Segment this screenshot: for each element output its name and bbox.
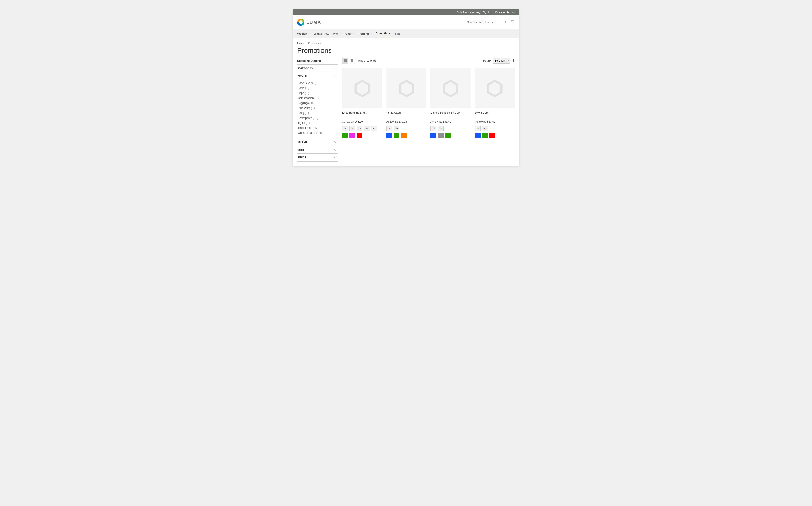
logo-text: LUMA xyxy=(306,20,321,25)
nav-item-label: Promotions xyxy=(376,32,391,35)
breadcrumb-home[interactable]: Home xyxy=(297,41,304,45)
svg-rect-5 xyxy=(346,61,347,61)
filter-option[interactable]: Sweatpants ( 11) xyxy=(297,115,338,120)
size-swatch[interactable]: 31 xyxy=(364,126,370,131)
color-swatch[interactable] xyxy=(342,133,348,138)
product-card: Portia CapriAs low as $39.202829 xyxy=(386,68,426,140)
filter-title-label: SIZE xyxy=(298,148,304,151)
breadcrumb-current: Promotions xyxy=(308,41,321,45)
size-swatch[interactable]: 29 xyxy=(393,126,399,131)
filter-section-title[interactable]: STYLE xyxy=(297,72,338,80)
nav-item-promotions[interactable]: Promotions xyxy=(376,29,391,38)
filter-section: STYLE xyxy=(297,138,338,146)
product-name[interactable]: Deirdre Relaxed-Fit Capri xyxy=(431,111,470,118)
size-swatch[interactable]: 28 xyxy=(342,126,348,131)
placeholder-icon xyxy=(484,77,506,99)
color-swatch[interactable] xyxy=(489,133,495,138)
placeholder-icon xyxy=(440,77,461,99)
filter-title-label: CATEGORY xyxy=(298,67,313,70)
nav-item-sale[interactable]: Sale xyxy=(395,29,400,38)
size-swatch[interactable]: 29 xyxy=(482,126,488,131)
page-title: Promotions xyxy=(293,46,519,58)
filter-option[interactable]: Workout Pants ( 14) xyxy=(297,131,338,136)
filter-title-label: STYLE xyxy=(298,140,307,143)
search-box xyxy=(465,19,508,25)
product-image[interactable] xyxy=(431,68,470,108)
nav-item-what-s-new[interactable]: What's New xyxy=(314,29,329,38)
sort-direction-icon[interactable] xyxy=(512,59,515,62)
product-name[interactable]: Erika Running Short xyxy=(342,111,382,118)
product-image[interactable] xyxy=(342,68,382,108)
filter-title-label: PRICE xyxy=(298,156,306,159)
filter-section-title[interactable]: PRICE xyxy=(297,154,338,161)
filter-section-title[interactable]: CATEGORY xyxy=(297,65,338,72)
chevron-down-icon xyxy=(340,33,341,35)
view-mode-switcher xyxy=(342,58,354,64)
color-swatch[interactable] xyxy=(438,133,444,138)
nav-item-men[interactable]: Men xyxy=(333,29,341,38)
site-logo[interactable]: LUMA xyxy=(297,18,321,26)
product-price: As low as $50.40 xyxy=(431,120,470,123)
color-swatch[interactable] xyxy=(349,133,355,138)
svg-rect-11 xyxy=(350,61,351,61)
color-swatch[interactable] xyxy=(475,133,481,138)
filter-option[interactable]: Base Layer ( 6) xyxy=(297,81,338,86)
size-swatch[interactable]: 29 xyxy=(438,126,444,131)
product-name[interactable]: Portia Capri xyxy=(386,111,426,118)
size-swatches: 2829303132 xyxy=(342,126,382,131)
filter-section: SIZE xyxy=(297,146,338,154)
size-swatch[interactable]: 30 xyxy=(357,126,363,131)
filter-option[interactable]: Tights ( 1) xyxy=(297,120,338,125)
chevron-down-icon xyxy=(335,156,337,159)
sort-select[interactable]: Position xyxy=(493,58,510,64)
color-swatch[interactable] xyxy=(445,133,451,138)
sort-label: Sort By xyxy=(483,59,492,62)
color-swatch[interactable] xyxy=(431,133,436,138)
size-swatch[interactable]: 28 xyxy=(431,126,436,131)
filter-section: CATEGORY xyxy=(297,65,338,72)
filter-option[interactable]: Compression ( 4) xyxy=(297,95,338,100)
color-swatch[interactable] xyxy=(386,133,392,138)
size-swatch[interactable]: 28 xyxy=(475,126,481,131)
product-image[interactable] xyxy=(386,68,426,108)
size-swatch[interactable]: 29 xyxy=(349,126,355,131)
filter-option[interactable]: Leggings ( 8) xyxy=(297,100,338,105)
filter-section-title[interactable]: STYLE xyxy=(297,138,338,146)
product-image[interactable] xyxy=(475,68,515,108)
filter-option[interactable]: Basic ( 3) xyxy=(297,86,338,91)
color-swatches xyxy=(342,133,382,138)
filter-option[interactable]: Parachute ( 2) xyxy=(297,105,338,110)
nav-item-label: Men xyxy=(333,32,339,35)
chevron-down-icon xyxy=(308,33,310,35)
cart-icon[interactable] xyxy=(511,20,515,24)
color-swatch[interactable] xyxy=(357,133,363,138)
chevron-down-icon xyxy=(370,33,372,35)
color-swatch[interactable] xyxy=(401,133,407,138)
filter-option[interactable]: Capri ( 8) xyxy=(297,91,338,95)
filter-option[interactable]: Track Pants ( 13) xyxy=(297,125,338,131)
search-input[interactable] xyxy=(465,19,508,25)
size-swatch[interactable]: 28 xyxy=(386,126,392,131)
item-count: Items 1-12 of 52 xyxy=(357,59,376,62)
list-view-button[interactable] xyxy=(348,58,354,64)
nav-item-gear[interactable]: Gear xyxy=(345,29,354,38)
filter-section-title[interactable]: SIZE xyxy=(297,146,338,154)
color-swatch[interactable] xyxy=(482,133,488,138)
color-swatch[interactable] xyxy=(393,133,399,138)
filter-options: Base Layer ( 6)Basic ( 3)Capri ( 8)Compr… xyxy=(297,80,338,138)
logo-icon xyxy=(297,18,304,26)
filter-title-label: STYLE xyxy=(298,75,307,78)
create-account-link[interactable]: Create an Account xyxy=(495,11,516,14)
grid-view-button[interactable] xyxy=(342,58,348,64)
product-name[interactable]: Sylvia Capri xyxy=(475,111,515,118)
size-swatch[interactable]: 32 xyxy=(371,126,377,131)
size-swatches: 2829 xyxy=(475,126,515,131)
sign-in-link[interactable]: Sign In xyxy=(483,11,490,14)
svg-rect-3 xyxy=(344,61,345,61)
color-swatches xyxy=(475,133,515,138)
filter-heading: Shopping Options xyxy=(297,58,338,65)
nav-item-training[interactable]: Training xyxy=(358,29,372,38)
nav-item-label: Sale xyxy=(395,32,400,35)
filter-option[interactable]: Snug ( 1) xyxy=(297,110,338,115)
nav-item-women[interactable]: Women xyxy=(297,29,310,38)
